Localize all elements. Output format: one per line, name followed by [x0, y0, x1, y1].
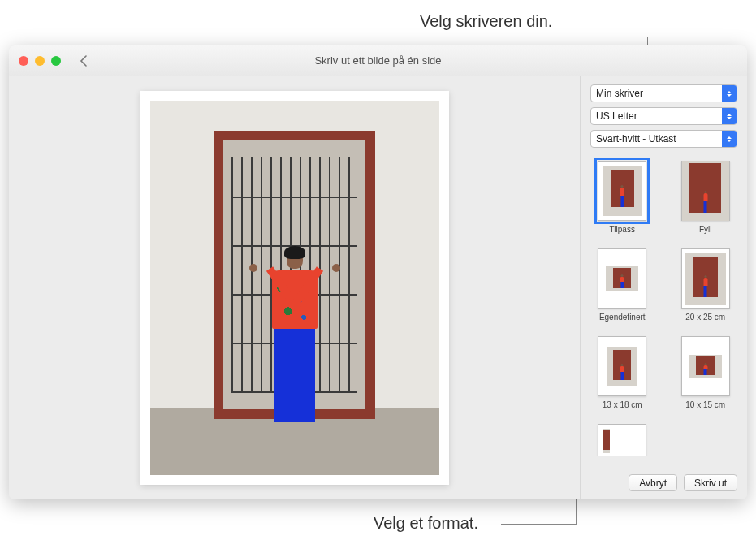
- minimize-window-button[interactable]: [35, 56, 45, 66]
- dialog-actions: Avbryt Skriv ut: [590, 468, 737, 491]
- print-dialog-window: Skriv ut ett bilde på én side: [9, 45, 747, 499]
- updown-icon: [722, 131, 737, 147]
- printer-select-value: Min skriver: [596, 88, 643, 99]
- updown-icon: [722, 85, 737, 102]
- cancel-button[interactable]: Avbryt: [629, 474, 677, 491]
- callout-format: Velg et format.: [374, 514, 478, 533]
- format-label: 20 x 25 cm: [685, 313, 725, 322]
- format-thumb: [598, 424, 646, 456]
- format-option-fyll[interactable]: Fyll: [674, 161, 738, 234]
- titlebar: Skriv ut ett bilde på én side: [9, 45, 747, 76]
- format-thumb: [598, 336, 646, 396]
- print-button[interactable]: Skriv ut: [684, 474, 737, 491]
- format-option-tilpass[interactable]: Tilpass: [590, 161, 654, 234]
- print-preview-pane: [9, 76, 580, 499]
- format-option-20x25[interactable]: 20 x 25 cm: [674, 248, 738, 322]
- chevron-left-icon: [80, 55, 88, 67]
- format-label: Egendefinert: [599, 313, 646, 322]
- quality-value: Svart-hvitt - Utkast: [596, 133, 676, 145]
- quality-select[interactable]: Svart-hvitt - Utkast: [590, 130, 737, 148]
- format-label: Tilpass: [610, 225, 635, 234]
- paper-size-value: US Letter: [596, 110, 637, 122]
- back-button[interactable]: [76, 53, 92, 69]
- callout-printer: Velg skriveren din.: [420, 12, 552, 31]
- window-controls: [9, 56, 61, 66]
- window-title: Skriv ut ett bilde på én side: [314, 54, 441, 67]
- page-preview: [140, 91, 449, 485]
- close-window-button[interactable]: [19, 56, 28, 66]
- format-thumb: [681, 161, 730, 221]
- format-option-13x18[interactable]: 13 x 18 cm: [590, 336, 654, 409]
- format-label: Fyll: [699, 225, 712, 234]
- format-thumb: [598, 161, 646, 221]
- format-grid: Tilpass Fyll: [590, 161, 737, 468]
- updown-icon: [722, 108, 737, 124]
- format-option-10x15[interactable]: 10 x 15 cm: [674, 336, 738, 409]
- callout-format-hline: [501, 524, 576, 525]
- maximize-window-button[interactable]: [51, 56, 61, 66]
- printer-select[interactable]: Min skriver: [590, 84, 737, 102]
- content-area: Min skriver US Letter Svart-hvitt - Utka…: [9, 76, 747, 499]
- format-label: 10 x 15 cm: [685, 400, 725, 409]
- paper-size-select[interactable]: US Letter: [590, 107, 737, 125]
- format-label: 13 x 18 cm: [603, 400, 642, 409]
- format-thumb: [681, 336, 730, 396]
- format-thumb: [598, 248, 646, 309]
- format-thumb: [681, 248, 730, 309]
- photo-preview: [150, 101, 439, 475]
- print-options-sidebar: Min skriver US Letter Svart-hvitt - Utka…: [580, 76, 747, 499]
- format-option-egendefinert[interactable]: Egendefinert: [590, 248, 654, 322]
- format-option-extra[interactable]: [590, 424, 654, 456]
